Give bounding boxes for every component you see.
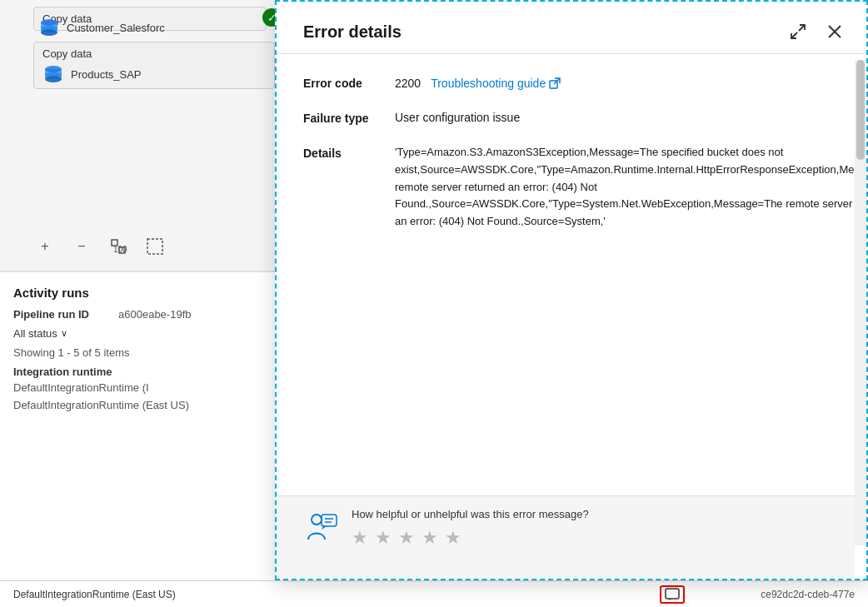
chat-feedback-button[interactable] xyxy=(660,585,685,604)
zoom-in-button[interactable]: + xyxy=(33,235,57,258)
integration-runtime-label: Integration runtime xyxy=(13,366,295,378)
error-code-value-area: 2200 Troubleshooting guide xyxy=(395,74,561,92)
status-label: All status xyxy=(13,327,57,340)
star-2[interactable]: ★ xyxy=(375,527,392,549)
frame-button[interactable] xyxy=(143,235,167,258)
star-rating: ★ ★ ★ ★ ★ xyxy=(352,527,828,549)
copy-data-item-name-2: Products_SAP xyxy=(71,68,142,81)
feedback-content: How helpful or unhelpful was this error … xyxy=(352,508,828,549)
activity-runs-panel: Activity runs Pipeline run ID a600eabe-1… xyxy=(0,271,308,607)
failure-type-row: Failure type User configuration issue xyxy=(303,109,840,127)
modal-actions xyxy=(786,20,846,43)
feedback-question-text: How helpful or unhelpful was this error … xyxy=(352,508,828,520)
error-code-row: Error code 2200 Troubleshooting guide xyxy=(303,74,840,92)
svg-line-16 xyxy=(799,25,805,31)
ir-value-2: DefaultIntegrationRuntime (East US) xyxy=(13,399,295,411)
ir-value-1: DefaultIntegrationRuntime (I xyxy=(13,381,295,394)
close-icon xyxy=(826,23,843,40)
troubleshooting-label: Troubleshooting guide xyxy=(431,75,546,92)
svg-marker-15 xyxy=(669,599,671,600)
database-icon xyxy=(42,65,64,83)
chat-icon xyxy=(665,588,680,601)
feedback-person-icon xyxy=(303,510,338,545)
svg-rect-23 xyxy=(322,515,337,526)
copy-data-item-1: Customer_Salesforc xyxy=(38,18,165,37)
star-5[interactable]: ★ xyxy=(445,527,461,549)
modal-title: Error details xyxy=(303,22,402,42)
scrollbar-thumb xyxy=(856,60,865,160)
details-label: Details xyxy=(303,144,395,231)
status-bar: DefaultIntegrationRuntime (East US) ce92… xyxy=(0,580,868,607)
expand-button[interactable] xyxy=(786,20,810,43)
status-dropdown[interactable]: All status ∨ xyxy=(13,327,67,340)
svg-point-22 xyxy=(312,515,322,525)
status-bar-id-text: ce92dc2d-cdeb-477e xyxy=(761,589,855,600)
modal-body: Error code 2200 Troubleshooting guide Fa… xyxy=(277,54,866,515)
failure-type-label: Failure type xyxy=(303,109,395,127)
svg-marker-26 xyxy=(322,526,327,530)
svg-rect-13 xyxy=(147,239,162,254)
close-button[interactable] xyxy=(823,20,846,43)
svg-line-17 xyxy=(791,32,797,38)
error-code-number: 2200 xyxy=(395,75,421,92)
pipeline-toolbar: + − 100 xyxy=(33,235,167,258)
database-icon-1 xyxy=(38,18,60,37)
salesforce-item-label: Customer_Salesforc xyxy=(67,22,165,34)
fit-button[interactable]: 100 xyxy=(107,235,130,258)
svg-point-4 xyxy=(45,76,62,82)
star-3[interactable]: ★ xyxy=(398,527,415,549)
showing-items-text: Showing 1 - 5 of 5 items xyxy=(13,346,295,359)
modal-scrollbar[interactable] xyxy=(855,60,866,545)
pipeline-run-label: Pipeline run ID xyxy=(13,308,113,321)
star-4[interactable]: ★ xyxy=(422,527,438,549)
modal-header: Error details xyxy=(277,2,866,54)
copy-data-box-2[interactable]: Copy data Products_SAP xyxy=(33,42,275,89)
external-link-icon xyxy=(549,77,561,89)
svg-rect-14 xyxy=(666,589,679,599)
details-row: Details 'Type=Amazon.S3.AmazonS3Exceptio… xyxy=(303,144,840,231)
pipeline-run-row: Pipeline run ID a600eabe-19fb xyxy=(13,308,295,321)
svg-text:100: 100 xyxy=(113,245,127,254)
fit-icon: 100 xyxy=(109,237,127,256)
star-1[interactable]: ★ xyxy=(352,527,368,549)
zoom-out-button[interactable]: − xyxy=(70,235,93,258)
expand-icon xyxy=(789,22,807,41)
svg-point-9 xyxy=(41,29,57,36)
troubleshooting-guide-link[interactable]: Troubleshooting guide xyxy=(431,75,561,92)
status-row: All status ∨ xyxy=(13,327,295,340)
error-details-modal: Error details Error code xyxy=(275,0,868,580)
copy-data-inner-2: Products_SAP xyxy=(42,65,266,83)
pipeline-run-value: a600eabe-19fb xyxy=(118,308,191,321)
copy-data-title-2: Copy data xyxy=(42,47,266,60)
frame-icon xyxy=(146,237,164,256)
details-value: 'Type=Amazon.S3.AmazonS3Exception,Messag… xyxy=(395,144,866,231)
feedback-section: How helpful or unhelpful was this error … xyxy=(277,495,855,579)
error-code-label: Error code xyxy=(303,74,395,92)
failure-type-value: User configuration issue xyxy=(395,109,840,127)
status-bar-runtime-text: DefaultIntegrationRuntime (East US) xyxy=(13,589,176,600)
chevron-down-icon: ∨ xyxy=(61,328,67,339)
activity-runs-title: Activity runs xyxy=(13,286,295,300)
